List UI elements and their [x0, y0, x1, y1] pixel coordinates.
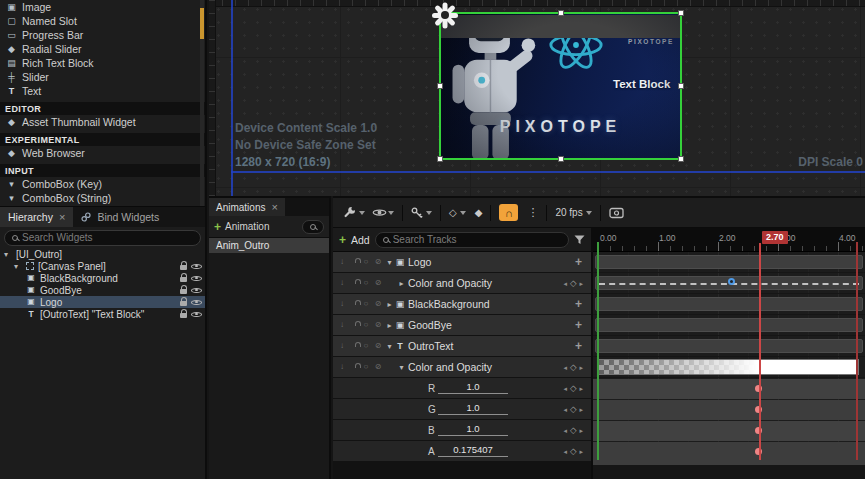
track-solo-icon[interactable]: ○: [362, 363, 370, 371]
add-key-icon[interactable]: ◇: [570, 405, 577, 414]
track-row-goodbye[interactable]: ↓ ○ ⊘ ▸ ▣ GoodBye +: [333, 315, 591, 335]
track-mute-icon[interactable]: ⊘: [374, 342, 382, 350]
timeline-row-a[interactable]: [593, 441, 865, 461]
eye-icon[interactable]: [191, 310, 202, 319]
view-options-button[interactable]: [370, 202, 398, 224]
track-pin-icon[interactable]: ↓: [338, 258, 346, 266]
palette-item-combobox-string[interactable]: ▾ ComboBox (String): [0, 191, 205, 205]
auto-key-button[interactable]: ∩: [495, 202, 522, 224]
timeline-row-g[interactable]: [593, 399, 865, 419]
selected-image-widget[interactable]: PIXOTOPE Text Block PIXOTOPE: [439, 12, 682, 160]
timeline-row-color-gradient[interactable]: [593, 357, 865, 377]
sequencer-options-button[interactable]: [339, 202, 369, 224]
track-solo-icon[interactable]: ○: [362, 342, 370, 350]
chevron-right-icon[interactable]: ▸: [397, 279, 406, 288]
keyframe-nav[interactable]: ◂ ◇ ▸: [563, 426, 591, 435]
keyframe-blue[interactable]: [728, 278, 735, 285]
search-tracks-input[interactable]: [393, 234, 561, 245]
playback-range-end[interactable]: [856, 242, 858, 460]
palette-item-text[interactable]: T Text: [0, 84, 205, 98]
add-animation-button[interactable]: Animation: [225, 221, 269, 232]
track-pin-icon[interactable]: ↓: [338, 363, 346, 371]
track-mute-icon[interactable]: ⊘: [374, 321, 382, 329]
hierarchy-item-ui-outro[interactable]: ▾ [UI_Outro]: [0, 248, 205, 260]
chevron-down-icon[interactable]: ▾: [385, 342, 394, 351]
more-options-button[interactable]: ⋮: [523, 202, 542, 224]
track-mute-icon[interactable]: ⊘: [374, 279, 382, 287]
resize-handle[interactable]: [437, 83, 443, 89]
next-key-icon[interactable]: ▸: [579, 385, 583, 392]
resize-handle[interactable]: [678, 10, 684, 16]
palette-item-image[interactable]: ▣ Image: [0, 0, 205, 14]
keyframe-red[interactable]: [755, 448, 762, 455]
track-solo-icon[interactable]: ○: [362, 321, 370, 329]
hierarchy-item-logo[interactable]: ▣ Logo: [0, 296, 205, 308]
keyframe-nav[interactable]: ◂ ◇ ▸: [563, 384, 591, 393]
add-key-icon[interactable]: ◇: [570, 426, 577, 435]
resize-handle[interactable]: [678, 156, 684, 162]
hierarchy-item-outrotext[interactable]: T [OutroText] "Text Block": [0, 308, 205, 320]
channel-value-input[interactable]: 1.0: [438, 423, 508, 436]
track-mute-icon[interactable]: ⊘: [374, 300, 382, 308]
timeline-row-blackbackground[interactable]: [593, 294, 865, 314]
keyframe-nav[interactable]: ◂ ◇ ▸: [563, 279, 591, 288]
search-animations-button[interactable]: [302, 220, 324, 234]
add-section-button[interactable]: +: [575, 297, 591, 311]
add-key-icon[interactable]: ◇: [570, 384, 577, 393]
prev-key-icon[interactable]: ◂: [563, 385, 567, 392]
palette-scrollbar[interactable]: [200, 0, 204, 206]
add-keyframe-button[interactable]: ◆: [471, 202, 487, 224]
channel-row-r[interactable]: R 1.0 ◂ ◇ ▸: [333, 378, 591, 398]
palette-item-named-slot[interactable]: ▢ Named Slot: [0, 14, 205, 28]
palette-scrollbar-thumb[interactable]: [200, 8, 204, 39]
keyframe-nav[interactable]: ◂ ◇ ▸: [563, 447, 591, 456]
search-widgets-box[interactable]: [4, 230, 201, 246]
eye-icon[interactable]: [191, 286, 202, 295]
track-solo-icon[interactable]: ○: [362, 279, 370, 287]
timeline-row-goodbye[interactable]: [593, 315, 865, 335]
tab-animations[interactable]: Animations ×: [209, 198, 285, 216]
chevron-down-icon[interactable]: ▾: [397, 363, 406, 372]
lock-icon[interactable]: [180, 277, 187, 282]
palette-item-slider[interactable]: ╪ Slider: [0, 70, 205, 84]
channel-value-input[interactable]: 1.0: [438, 402, 508, 415]
eye-icon[interactable]: [191, 274, 202, 283]
track-row-blackbackground[interactable]: ↓ ○ ⊘ ▸ ▣ BlackBackground +: [333, 294, 591, 314]
timeline-row-b[interactable]: [593, 420, 865, 440]
chevron-right-icon[interactable]: ▸: [385, 300, 394, 309]
lock-icon[interactable]: [180, 313, 187, 318]
lock-icon[interactable]: [180, 301, 187, 306]
hierarchy-item-canvas-panel[interactable]: ▾ [Canvas Panel]: [0, 260, 205, 272]
prev-key-icon[interactable]: ◂: [563, 364, 567, 371]
animation-item-anim-outro[interactable]: Anim_Outro: [209, 238, 329, 253]
capture-thumbnail-button[interactable]: [605, 202, 628, 224]
timeline-row-outrotext[interactable]: [593, 336, 865, 356]
timeline-area[interactable]: 0.00 1.00 2.00 3.00 4.00: [593, 228, 865, 479]
resize-handle[interactable]: [558, 156, 564, 162]
keying-options-button[interactable]: [407, 202, 436, 224]
add-section-button[interactable]: +: [575, 339, 591, 353]
palette-item-rich-text-block[interactable]: ▤ Rich Text Block: [0, 56, 205, 70]
track-mute-icon[interactable]: ⊘: [374, 363, 382, 371]
playback-range-start[interactable]: [597, 242, 599, 460]
resize-handle[interactable]: [437, 156, 443, 162]
lock-icon[interactable]: [180, 265, 187, 270]
eye-icon[interactable]: [191, 262, 202, 271]
palette-item-combobox-key[interactable]: ▾ ComboBox (Key): [0, 177, 205, 191]
palette-item-progress-bar[interactable]: ▭ Progress Bar: [0, 28, 205, 42]
search-widgets-input[interactable]: [22, 232, 193, 243]
alpha-gradient-section[interactable]: [598, 359, 859, 375]
timeline-row-r[interactable]: [593, 378, 865, 398]
track-mute-icon[interactable]: ⊘: [374, 258, 382, 266]
palette-item-web-browser[interactable]: ◆ Web Browser: [0, 146, 205, 160]
add-key-icon[interactable]: ◇: [570, 279, 577, 288]
add-section-button[interactable]: +: [575, 255, 591, 269]
prev-key-icon[interactable]: ◂: [563, 448, 567, 455]
palette-item-radial-slider[interactable]: ◆ Radial Slider: [0, 42, 205, 56]
hierarchy-item-goodbye[interactable]: ▣ GoodBye: [0, 284, 205, 296]
track-row-logo[interactable]: ↓ ○ ⊘ ▾ ▣ Logo +: [333, 252, 591, 272]
keyframe-nav[interactable]: ◂ ◇ ▸: [563, 405, 591, 414]
keyframe-red[interactable]: [755, 385, 762, 392]
next-key-icon[interactable]: ▸: [579, 364, 583, 371]
prev-key-icon[interactable]: ◂: [563, 406, 567, 413]
